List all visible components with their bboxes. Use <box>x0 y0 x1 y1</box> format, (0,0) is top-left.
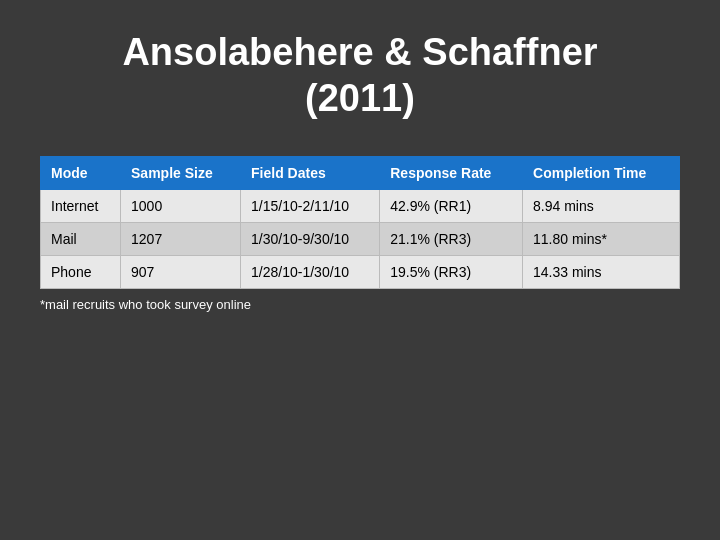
cell-completion_time: 8.94 mins <box>523 190 680 223</box>
survey-table: Mode Sample Size Field Dates Response Ra… <box>40 156 680 289</box>
cell-completion_time: 14.33 mins <box>523 256 680 289</box>
title-line2: (2011) <box>305 77 415 119</box>
table-row: Mail12071/30/10-9/30/1021.1% (RR3)11.80 … <box>41 223 680 256</box>
cell-field_dates: 1/28/10-1/30/10 <box>241 256 380 289</box>
cell-field_dates: 1/15/10-2/11/10 <box>241 190 380 223</box>
cell-sample_size: 907 <box>121 256 241 289</box>
cell-mode: Mail <box>41 223 121 256</box>
cell-mode: Internet <box>41 190 121 223</box>
cell-response_rate: 42.9% (RR1) <box>380 190 523 223</box>
data-table-container: Mode Sample Size Field Dates Response Ra… <box>40 156 680 312</box>
table-footnote: *mail recruits who took survey online <box>40 297 680 312</box>
cell-sample_size: 1207 <box>121 223 241 256</box>
cell-completion_time: 11.80 mins* <box>523 223 680 256</box>
col-header-completion-time: Completion Time <box>523 157 680 190</box>
cell-field_dates: 1/30/10-9/30/10 <box>241 223 380 256</box>
table-row: Internet10001/15/10-2/11/1042.9% (RR1)8.… <box>41 190 680 223</box>
cell-response_rate: 21.1% (RR3) <box>380 223 523 256</box>
cell-sample_size: 1000 <box>121 190 241 223</box>
col-header-mode: Mode <box>41 157 121 190</box>
table-row: Phone9071/28/10-1/30/1019.5% (RR3)14.33 … <box>41 256 680 289</box>
col-header-field-dates: Field Dates <box>241 157 380 190</box>
cell-mode: Phone <box>41 256 121 289</box>
table-header-row: Mode Sample Size Field Dates Response Ra… <box>41 157 680 190</box>
page-title: Ansolabehere & Schaffner (2011) <box>122 30 597 121</box>
col-header-response-rate: Response Rate <box>380 157 523 190</box>
cell-response_rate: 19.5% (RR3) <box>380 256 523 289</box>
title-line1: Ansolabehere & Schaffner <box>122 31 597 73</box>
col-header-sample-size: Sample Size <box>121 157 241 190</box>
